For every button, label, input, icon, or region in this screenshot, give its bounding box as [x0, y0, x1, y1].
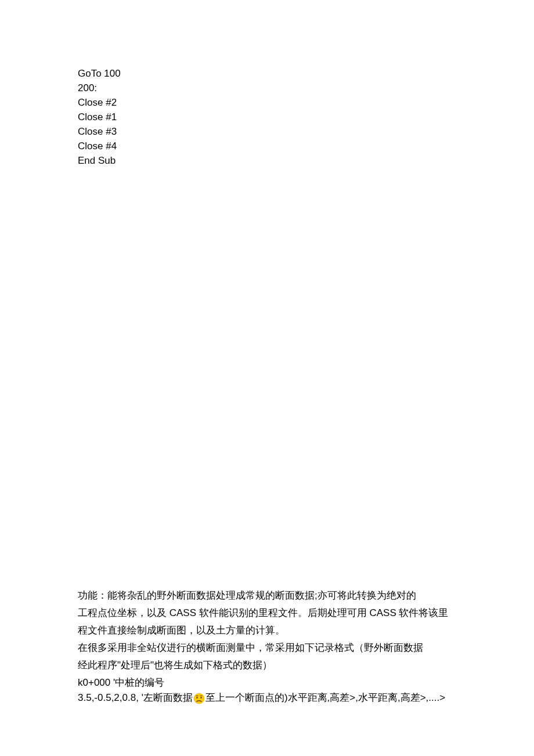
text-line: 程文件直接绘制成断面图，以及土方量的计算。 — [78, 622, 468, 639]
code-block: GoTo 100 200: Close #2 Close #1 Close #3… — [0, 0, 534, 168]
code-line: Close #4 — [78, 139, 468, 153]
code-line: GoTo 100 — [78, 66, 468, 81]
worried-face-icon — [193, 693, 205, 704]
code-line: Close #2 — [78, 95, 468, 110]
data-suffix: 至上一个断面点的)水平距离,高差>,水平距离,高差>,....> — [205, 692, 445, 703]
text-line: 功能：能将杂乱的野外断面数据处理成常规的断面数据;亦可将此转换为绝对的 — [78, 587, 468, 604]
svg-point-0 — [194, 693, 204, 704]
text-line: 经此程序"处理后"也将生成如下格式的数据） — [78, 657, 468, 674]
data-format-line: 3.5,-0.5,2,0.8, '左断面数据 至上一个断面点的)水平距离,高差>… — [78, 689, 468, 707]
text-line: 工程点位坐标，以及 CASS 软件能识别的里程文件。后期处理可用 CASS 软件… — [78, 604, 468, 622]
data-prefix: 3.5,-0.5,2,0.8, '左断面数据 — [78, 692, 193, 703]
description-paragraph: 功能：能将杂乱的野外断面数据处理成常规的断面数据;亦可将此转换为绝对的 工程点位… — [78, 587, 468, 692]
svg-point-1 — [196, 696, 198, 698]
text-line: 在很多采用非全站仪进行的横断面测量中，常采用如下记录格式（野外断面数据 — [78, 639, 468, 657]
code-line: Close #1 — [78, 110, 468, 124]
code-line: End Sub — [78, 153, 468, 168]
code-line: Close #3 — [78, 124, 468, 139]
code-line: 200: — [78, 81, 468, 95]
svg-point-2 — [200, 696, 202, 698]
